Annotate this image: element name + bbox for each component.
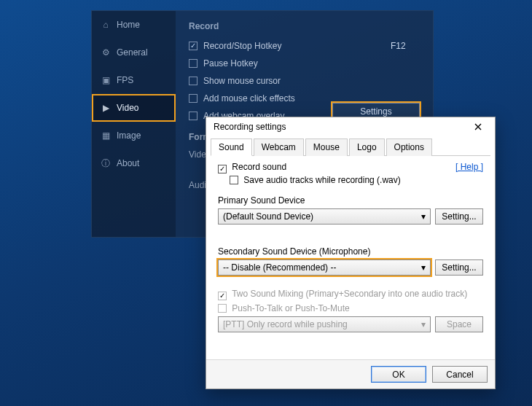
sidebar-item-label: Video	[117, 103, 138, 113]
tab-mouse[interactable]: Mouse	[305, 138, 348, 156]
ok-button[interactable]: OK	[371, 366, 426, 383]
chevron-down-icon: ▾	[421, 319, 426, 329]
option-label: Record sound	[232, 162, 286, 172]
group-label: Primary Sound Device	[218, 195, 483, 206]
close-button[interactable]	[466, 120, 490, 134]
tab-options[interactable]: Options	[386, 138, 432, 156]
dialog-title: Recording settings	[214, 122, 286, 132]
ptt-mode-select: [PTT] Only record while pushing ▾	[218, 316, 431, 332]
help-link[interactable]: [ Help ]	[455, 162, 483, 172]
sidebar-item-label: FPS	[117, 75, 133, 85]
video-icon: ▶	[101, 103, 111, 113]
group-primary-sound: Primary Sound Device (Default Sound Devi…	[218, 195, 483, 225]
select-value: [PTT] Only record while pushing	[223, 319, 348, 329]
primary-sound-setting-button[interactable]: Setting...	[435, 208, 483, 225]
sidebar-item-label: General	[117, 47, 148, 58]
secondary-sound-setting-button[interactable]: Setting...	[435, 259, 483, 276]
checkbox-icon[interactable]	[230, 176, 238, 184]
section-heading-record: Record	[189, 21, 420, 31]
home-icon: ⌂	[101, 20, 111, 30]
dialog-body: [ Help ] Record sound Save audio tracks …	[206, 156, 495, 332]
option-label: Record/Stop Hotkey	[203, 41, 281, 51]
option-label: Push-To-Talk or Push-To-Mute	[232, 303, 349, 313]
option-label: Save audio tracks while recording (.wav)	[243, 175, 400, 185]
hotkey-value: F12	[391, 41, 406, 51]
recording-settings-dialog: Recording settings Sound Webcam Mouse Lo…	[206, 117, 496, 389]
option-push-to-talk: Push-To-Talk or Push-To-Mute	[218, 303, 483, 313]
image-icon: ▦	[101, 130, 111, 141]
tab-logo[interactable]: Logo	[349, 138, 385, 156]
checkbox-icon[interactable]	[189, 94, 197, 103]
chevron-down-icon: ▾	[421, 211, 426, 222]
option-save-audio-tracks[interactable]: Save audio tracks while recording (.wav)	[230, 175, 483, 185]
checkbox-icon[interactable]	[189, 77, 197, 85]
primary-sound-select[interactable]: (Default Sound Device) ▾	[218, 208, 431, 225]
checkbox-icon[interactable]	[189, 42, 197, 50]
tab-sound[interactable]: Sound	[211, 138, 252, 156]
ptt-key-button: Space	[435, 316, 483, 332]
option-label: Add mouse click effects	[203, 93, 295, 104]
checkbox-icon	[218, 304, 227, 313]
sidebar-item-label: Image	[117, 130, 141, 141]
dialog-titlebar[interactable]: Recording settings	[206, 117, 495, 136]
option-two-sound-mixing: Two Sound Mixing (Primary+Secondary into…	[218, 289, 483, 300]
secondary-sound-select[interactable]: -- Disable (Recommended) -- ▾	[218, 259, 431, 276]
sidebar-item-about[interactable]: ⓘ About	[92, 149, 176, 177]
sidebar-item-fps[interactable]: ▣ FPS	[92, 66, 176, 94]
option-label: Two Sound Mixing (Primary+Secondary into…	[232, 289, 467, 299]
gear-icon: ⚙	[101, 47, 111, 58]
checkbox-icon	[218, 292, 227, 300]
sidebar-item-image[interactable]: ▦ Image	[92, 122, 176, 149]
option-record-sound[interactable]: Record sound	[218, 162, 483, 173]
option-label: Show mouse cursor	[203, 76, 281, 86]
sidebar-item-home[interactable]: ⌂ Home	[92, 11, 176, 39]
select-value: -- Disable (Recommended) --	[223, 262, 336, 273]
info-icon: ⓘ	[101, 158, 111, 168]
dialog-tabs: Sound Webcam Mouse Logo Options	[211, 138, 490, 156]
checkbox-icon[interactable]	[218, 165, 227, 173]
sidebar-item-label: Home	[117, 20, 140, 30]
sidebar-item-general[interactable]: ⚙ General	[92, 39, 176, 66]
option-pause-hotkey[interactable]: Pause Hotkey	[189, 55, 420, 72]
tab-webcam[interactable]: Webcam	[254, 138, 304, 156]
option-record-stop-hotkey[interactable]: Record/Stop Hotkey F12	[189, 37, 420, 55]
checkbox-icon[interactable]	[189, 59, 197, 68]
group-label: Secondary Sound Device (Microphone)	[218, 246, 483, 257]
close-icon	[474, 123, 482, 130]
sidebar-item-label: About	[117, 158, 139, 168]
fps-icon: ▣	[101, 75, 111, 85]
chevron-down-icon: ▾	[421, 262, 426, 273]
group-secondary-sound: Secondary Sound Device (Microphone) -- D…	[218, 246, 483, 276]
dialog-footer: OK Cancel	[206, 359, 495, 389]
checkbox-icon[interactable]	[189, 112, 197, 120]
cancel-button[interactable]: Cancel	[432, 366, 488, 383]
option-show-mouse-cursor[interactable]: Show mouse cursor	[189, 72, 420, 90]
select-value: (Default Sound Device)	[223, 211, 313, 222]
group-mixing: Two Sound Mixing (Primary+Secondary into…	[218, 289, 483, 332]
sidebar-item-video[interactable]: ▶ Video	[92, 94, 176, 122]
sidebar: ⌂ Home ⚙ General ▣ FPS ▶ Video ▦ Image ⓘ…	[92, 11, 176, 237]
option-label: Pause Hotkey	[203, 58, 258, 69]
